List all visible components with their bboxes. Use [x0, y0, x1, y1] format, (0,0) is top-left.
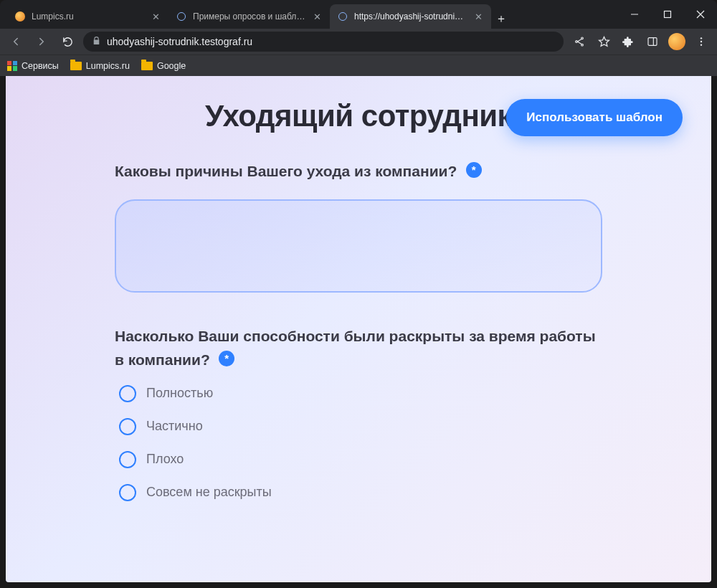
tab-title: Примеры опросов и шаблоны	[193, 11, 305, 22]
back-button[interactable]	[6, 32, 26, 52]
reload-button[interactable]	[57, 32, 77, 52]
radio-icon	[119, 451, 136, 468]
radio-option-1[interactable]: Частично	[119, 418, 602, 435]
radio-option-0[interactable]: Полностью	[119, 385, 602, 402]
radio-icon	[119, 418, 136, 435]
address-bar: uhodyashij-sotrudnik.testograf.ru	[0, 29, 717, 54]
option-label: Полностью	[146, 386, 213, 401]
question-2-label: Насколько Ваши способности были раскрыты…	[115, 328, 596, 369]
option-label: Частично	[146, 419, 203, 434]
browser-tab-0[interactable]: Lumpics.ru ✕	[7, 4, 168, 29]
use-template-button[interactable]: Использовать шаблон	[506, 99, 683, 136]
forward-button[interactable]	[32, 32, 52, 52]
favicon-orange-icon	[14, 11, 26, 22]
profile-avatar[interactable]	[667, 32, 687, 52]
share-icon[interactable]	[569, 32, 589, 52]
minimize-button[interactable]	[618, 0, 651, 29]
required-badge-icon: *	[219, 351, 234, 366]
option-label: Плохо	[146, 452, 184, 467]
tab-title: Lumpics.ru	[32, 11, 144, 22]
option-label: Совсем не раскрыты	[146, 485, 272, 500]
svg-point-7	[701, 41, 702, 42]
bookmarks-bar: Сервисы Lumpics.ru Google	[0, 54, 717, 76]
apps-grid-icon	[7, 61, 17, 71]
browser-titlebar: Lumpics.ru ✕ Примеры опросов и шаблоны ✕…	[0, 0, 717, 29]
tab-strip: Lumpics.ru ✕ Примеры опросов и шаблоны ✕…	[0, 0, 618, 29]
question-1-label: Каковы причины Вашего ухода из компании?	[115, 163, 457, 179]
url-text: uhodyashij-sotrudnik.testograf.ru	[107, 36, 252, 47]
favicon-ring-icon	[337, 11, 348, 22]
bookmark-label: Lumpics.ru	[86, 61, 130, 71]
radio-icon	[119, 484, 136, 501]
bookmark-label: Сервисы	[22, 61, 59, 71]
maximize-button[interactable]	[651, 0, 684, 29]
extensions-icon[interactable]	[618, 32, 638, 52]
question-2-options: Полностью Частично Плохо Совсем не раскр…	[115, 385, 602, 501]
page-viewport: Уходящий сотрудник Использовать шаблон К…	[6, 76, 711, 582]
svg-rect-4	[648, 38, 657, 46]
tab-close-icon[interactable]: ✕	[150, 11, 161, 22]
svg-point-6	[701, 37, 702, 39]
side-panel-icon[interactable]	[642, 32, 663, 52]
bookmark-google[interactable]: Google	[141, 61, 186, 71]
browser-tab-1[interactable]: Примеры опросов и шаблоны ✕	[168, 4, 330, 29]
radio-option-2[interactable]: Плохо	[119, 451, 602, 468]
svg-rect-1	[665, 11, 671, 18]
radio-option-3[interactable]: Совсем не раскрыты	[119, 484, 602, 501]
bookmark-lumpics[interactable]: Lumpics.ru	[70, 61, 130, 71]
bookmark-services[interactable]: Сервисы	[7, 61, 59, 71]
folder-icon	[70, 62, 82, 70]
question-1-textarea[interactable]	[115, 199, 602, 293]
radio-icon	[119, 385, 136, 402]
bookmark-label: Google	[157, 61, 186, 71]
survey-form: Каковы причины Вашего ухода из компании?…	[115, 159, 602, 501]
window-controls	[618, 0, 717, 29]
question-1: Каковы причины Вашего ухода из компании?…	[115, 159, 602, 295]
omnibox[interactable]: uhodyashij-sotrudnik.testograf.ru	[83, 32, 564, 52]
bookmark-star-icon[interactable]	[594, 32, 614, 52]
lock-icon	[92, 36, 101, 47]
tab-close-icon[interactable]: ✕	[473, 11, 484, 22]
folder-icon	[141, 62, 153, 70]
tab-title: https://uhodyashij-sotrudnik.te	[354, 11, 467, 22]
favicon-ring-icon	[176, 11, 187, 22]
menu-icon[interactable]	[691, 32, 711, 52]
question-2: Насколько Ваши способности были раскрыты…	[115, 324, 602, 501]
browser-tab-2[interactable]: https://uhodyashij-sotrudnik.te ✕	[330, 4, 491, 29]
required-badge-icon: *	[466, 162, 482, 178]
close-window-button[interactable]	[684, 0, 717, 29]
new-tab-button[interactable]: ＋	[491, 9, 511, 29]
svg-point-8	[701, 44, 702, 45]
tab-close-icon[interactable]: ✕	[311, 11, 323, 22]
